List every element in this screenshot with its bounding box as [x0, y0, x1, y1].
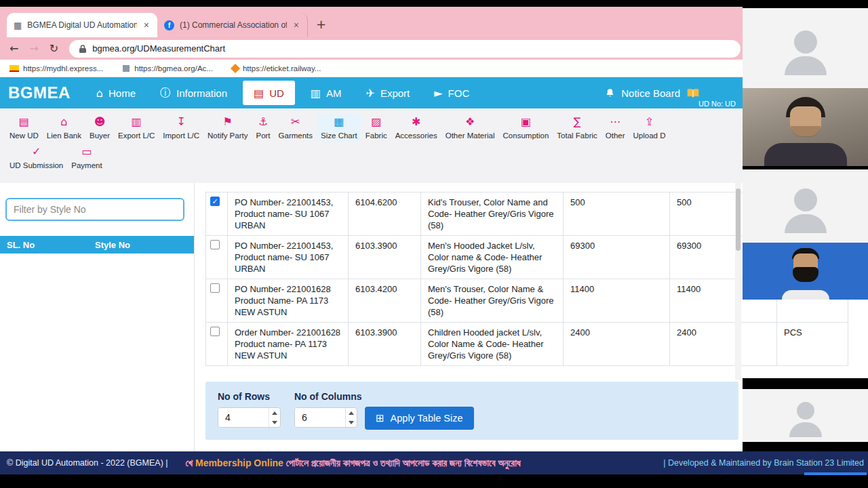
subnav-upload[interactable]: ⇪Upload D: [629, 114, 670, 141]
row-checkbox[interactable]: [210, 283, 220, 293]
bookmark-label: https://eticket.railway...: [243, 64, 321, 73]
subnav-notify-party[interactable]: ⚑Notify Party: [203, 114, 252, 141]
marquee-highlight: Membership Online: [195, 458, 283, 468]
subnav-new-ud[interactable]: ▤New UD: [5, 114, 43, 141]
material-icon: ❖: [465, 115, 475, 129]
subnav-other[interactable]: ⋯Other: [601, 114, 629, 141]
bgmea-logo[interactable]: BGMEA: [0, 83, 84, 102]
subnav-other-material[interactable]: ❖Other Material: [441, 114, 499, 141]
flag-icon: ⚑: [223, 115, 233, 129]
new-tab-button[interactable]: +: [316, 17, 326, 31]
upload-icon: ⇪: [645, 115, 654, 129]
subnav-port[interactable]: ⚓Port: [252, 114, 274, 141]
subnav-label: Other Material: [446, 131, 495, 140]
bookmark-mydhl[interactable]: https://mydhl.express...: [9, 64, 103, 73]
tab-bgmea[interactable]: ▦ BGMEA Digital UD Automation 2020 ×: [7, 13, 157, 37]
subnav-label: Payment: [71, 161, 102, 169]
nav-label: Export: [380, 87, 410, 99]
columns-input[interactable]: [295, 408, 345, 427]
row-checkbox[interactable]: ✓: [210, 197, 220, 206]
subnav-garments[interactable]: ✂Garments: [275, 114, 317, 141]
spin-up-icon[interactable]: [272, 411, 277, 415]
filter-style-input[interactable]: [5, 198, 184, 221]
tab-facebook[interactable]: f (1) Commercial Association of Bang ×: [157, 13, 308, 37]
subnav-buyer[interactable]: ☻Buyer: [85, 114, 114, 141]
reload-icon[interactable]: ↻: [50, 42, 58, 55]
cell-qty: 500: [564, 192, 670, 236]
vertical-scrollbar[interactable]: [735, 183, 741, 380]
subnav-accessories[interactable]: ✱Accessories: [391, 114, 441, 141]
tab-title: BGMEA Digital UD Automation 2020: [27, 20, 137, 30]
apply-table-size-button[interactable]: ⊞ Apply Table Size: [365, 407, 474, 430]
style-sidebar: SL. No Style No: [0, 183, 195, 451]
rows-input[interactable]: [218, 408, 269, 427]
participant-tile-placeholder[interactable]: [743, 389, 868, 442]
nav-label: Information: [176, 87, 227, 99]
spin-up-icon[interactable]: [349, 411, 354, 415]
ud-number-text: UD No: UD: [698, 100, 736, 108]
subnav-payment[interactable]: ▭Payment: [67, 144, 106, 171]
subnav-import-lc[interactable]: ↧Import L/C: [159, 114, 203, 141]
participant-tile-video[interactable]: [743, 88, 868, 166]
notice-board-label: Notice Board: [621, 87, 680, 99]
bgmea-favicon-icon: ▦: [14, 20, 22, 30]
participant-tile-photo[interactable]: [743, 243, 868, 300]
lock-icon: [79, 44, 87, 54]
subnav-lien-bank[interactable]: ⌂Lien Bank: [43, 114, 85, 141]
forward-icon[interactable]: →: [29, 42, 38, 55]
nav-ud[interactable]: ▤ UD: [243, 81, 295, 105]
cell-po-product: PO Number- 221001453, Product name- SU 1…: [228, 236, 349, 279]
tab-bar: ▦ BGMEA Digital UD Automation 2020 × f (…: [0, 7, 868, 37]
subnav-size-chart[interactable]: ▦Size Chart: [317, 114, 361, 141]
nav-am[interactable]: ▥ AM: [298, 77, 354, 108]
subnav-export-lc[interactable]: ▥Export L/C: [114, 114, 159, 141]
cell-hs-code: 6103.3900: [349, 323, 421, 366]
url-field[interactable]: bgmea.org/UDMeasurementChart: [69, 40, 741, 58]
bookmark-bgmea[interactable]: https://bgmea.org/Ac...: [122, 64, 213, 73]
scrollbar-thumb[interactable]: [736, 188, 741, 251]
facebook-icon: f: [164, 20, 174, 30]
back-icon[interactable]: ←: [9, 42, 18, 55]
participant-tile-placeholder[interactable]: [743, 8, 868, 88]
row-checkbox[interactable]: [210, 327, 220, 336]
participant-tile-placeholder[interactable]: [743, 169, 868, 243]
nav-information[interactable]: ⓘ Information: [148, 77, 239, 108]
rows-spinner[interactable]: [269, 408, 280, 427]
cell-hs-code: 6104.6200: [349, 192, 421, 236]
cell-hs-code: 6103.4200: [349, 279, 421, 323]
subnav-consumption[interactable]: ▣Consumption: [499, 114, 553, 141]
tab-close-icon[interactable]: ×: [292, 20, 300, 30]
site-header: BGMEA ⌂ Home ⓘ Information ▤ UD ▥ AM ✈ E…: [0, 77, 868, 108]
eticket-icon: [231, 63, 240, 73]
rows-stepper: [218, 407, 281, 428]
bookmarks-bar: https://mydhl.express... https://bgmea.o…: [0, 60, 868, 77]
row-checkbox[interactable]: [210, 240, 220, 249]
new-ud-icon: ▤: [19, 115, 29, 129]
browser-window: ▦ BGMEA Digital UD Automation 2020 × f (…: [0, 7, 868, 474]
copyright-text: © Digital UD Automation - 2022 (BGMEA) |: [0, 458, 168, 468]
spin-down-icon[interactable]: [272, 421, 277, 424]
subnav-ud-submission[interactable]: ✓UD Submission: [5, 144, 67, 171]
video-progress-bar[interactable]: [804, 472, 867, 475]
url-text: bgmea.org/UDMeasurementChart: [92, 43, 225, 54]
tab-close-icon[interactable]: ×: [142, 20, 151, 30]
nav-home[interactable]: ⌂ Home: [84, 77, 148, 108]
bookmark-label: https://mydhl.express...: [23, 64, 103, 73]
subnav-label: Total Fabric: [557, 131, 597, 140]
screen: ▦ BGMEA Digital UD Automation 2020 × f (…: [0, 0, 868, 488]
tab-title: (1) Commercial Association of Bang: [180, 20, 287, 30]
nav-label: UD: [269, 87, 284, 99]
spin-down-icon[interactable]: [349, 421, 354, 424]
subnav-row-2: ✓UD Submission ▭Payment: [5, 144, 868, 171]
subnav-label: Upload D: [633, 131, 666, 140]
subnav-total-fabric[interactable]: ∑Total Fabric: [553, 114, 601, 141]
nav-foc[interactable]: ► FOC: [422, 77, 481, 108]
columns-spinner[interactable]: [345, 408, 357, 427]
marquee-prefix: খে: [186, 458, 195, 468]
nav-export[interactable]: ✈ Export: [353, 77, 422, 108]
subnav-fabric[interactable]: ▨Fabric: [361, 114, 391, 141]
cell-po-product: Order Number- 221001628 Product name- PA…: [228, 323, 349, 366]
bookmark-eticket[interactable]: https://eticket.railway...: [232, 64, 321, 73]
avatar-placeholder-icon: [789, 422, 822, 437]
nav-label: AM: [326, 87, 342, 99]
